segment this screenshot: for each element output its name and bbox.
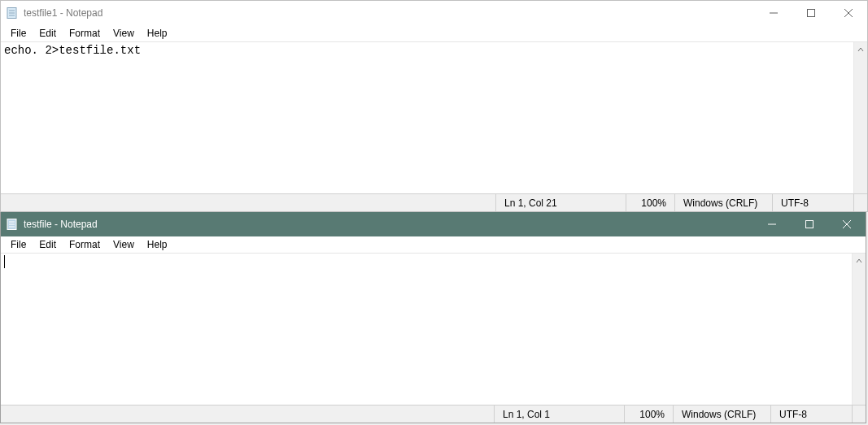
minimize-button[interactable] [755, 1, 792, 25]
resize-grip[interactable] [853, 194, 867, 211]
menu-file[interactable]: File [4, 26, 33, 41]
menubar-1: File Edit Format View Help [1, 25, 867, 42]
maximize-button[interactable] [792, 1, 830, 25]
text-area[interactable] [1, 254, 852, 405]
menu-view[interactable]: View [107, 26, 141, 41]
status-encoding: UTF-8 [772, 194, 853, 211]
status-position: Ln 1, Col 21 [495, 194, 626, 211]
scroll-up-icon[interactable] [853, 254, 866, 267]
notepad-window-2: testfile - Notepad File Edit Format View… [0, 212, 866, 423]
resize-grip[interactable] [852, 405, 866, 423]
minimize-button[interactable] [753, 212, 791, 236]
text-cursor [4, 255, 5, 268]
menu-file[interactable]: File [4, 237, 33, 252]
menu-view[interactable]: View [107, 237, 141, 252]
menu-help[interactable]: Help [141, 237, 174, 252]
text-area-wrap-1: echo. 2>testfile.txt [1, 42, 867, 193]
window-title: testfile1 - Notepad [24, 7, 103, 19]
titlebar-1[interactable]: testfile1 - Notepad [1, 1, 867, 25]
notepad-icon [6, 218, 19, 231]
status-encoding: UTF-8 [770, 405, 852, 423]
svg-rect-9 [806, 221, 813, 228]
status-position: Ln 1, Col 1 [494, 405, 624, 423]
status-line-ending: Windows (CRLF) [674, 194, 772, 211]
status-zoom: 100% [624, 405, 673, 423]
menubar-2: File Edit Format View Help [1, 236, 866, 254]
notepad-icon [6, 7, 19, 20]
menu-edit[interactable]: Edit [33, 237, 63, 252]
statusbar-2: Ln 1, Col 1 100% Windows (CRLF) UTF-8 [1, 405, 866, 423]
status-zoom: 100% [626, 194, 674, 211]
titlebar-2[interactable]: testfile - Notepad [1, 212, 866, 236]
status-line-ending: Windows (CRLF) [673, 405, 770, 423]
text-area-wrap-2 [1, 254, 866, 405]
maximize-button[interactable] [791, 212, 828, 236]
window-title: testfile - Notepad [24, 219, 98, 230]
svg-rect-4 [808, 10, 815, 17]
menu-edit[interactable]: Edit [33, 26, 63, 41]
vertical-scrollbar[interactable] [852, 254, 866, 405]
statusbar-1: Ln 1, Col 21 100% Windows (CRLF) UTF-8 [1, 193, 867, 211]
vertical-scrollbar[interactable] [853, 42, 867, 193]
menu-format[interactable]: Format [63, 237, 107, 252]
menu-help[interactable]: Help [141, 26, 174, 41]
menu-format[interactable]: Format [63, 26, 107, 41]
close-button[interactable] [830, 1, 867, 25]
scroll-up-icon[interactable] [854, 42, 868, 56]
text-area[interactable]: echo. 2>testfile.txt [1, 42, 853, 193]
close-button[interactable] [828, 212, 866, 236]
notepad-window-1: testfile1 - Notepad File Edit Format Vie… [0, 0, 868, 212]
